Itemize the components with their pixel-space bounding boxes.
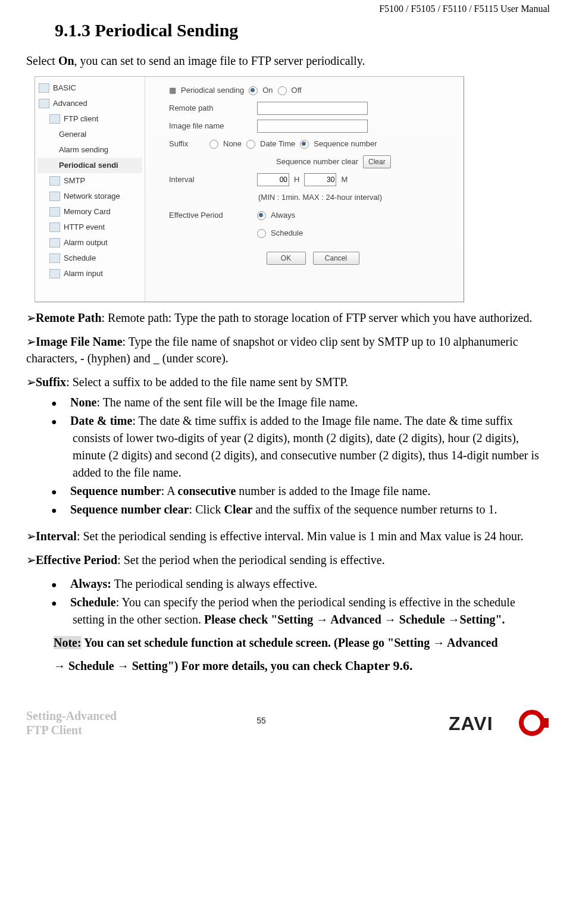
sub-sc-pre: : Click — [189, 503, 224, 516]
radio-none[interactable] — [209, 140, 218, 149]
brand-logo: ZAVI — [449, 710, 550, 737]
clear-button[interactable]: Clear — [363, 155, 391, 168]
item-image-file-name: ➢Image File Name: Type the file name of … — [26, 333, 550, 367]
note-label: Note: — [54, 636, 82, 649]
sub-sn-label: Sequence number — [70, 484, 161, 497]
sub-schedule-label: Schedule — [70, 596, 116, 609]
radio-datetime[interactable] — [246, 140, 255, 149]
item-interval-label: Interval — [36, 530, 77, 543]
nav-memcard[interactable]: Memory Card — [37, 204, 142, 220]
nav-advanced-label: Advanced — [53, 98, 87, 109]
nav-http[interactable]: HTTP event — [37, 220, 142, 235]
folder-icon — [49, 207, 60, 217]
nav-general[interactable]: General — [37, 127, 142, 142]
sub-sn-pre: : A — [161, 484, 178, 497]
chevron-icon: ➢ — [26, 333, 36, 350]
row-image-file-name: Image file name — [169, 117, 456, 135]
nav-alarmout[interactable]: Alarm output — [37, 235, 142, 250]
interval-m-label: M — [341, 174, 348, 185]
sub-seqnum: ●Sequence number: A consecutive number i… — [62, 483, 550, 500]
sub-always-text: The periodical sending is always effecti… — [111, 577, 317, 590]
suffix-sublist: ●None: The name of the sent file will be… — [62, 394, 550, 518]
logo-text: ZAVI — [449, 713, 493, 734]
effective-period-label: Effective Period — [169, 210, 252, 221]
nav-smtp[interactable]: SMTP — [37, 173, 142, 189]
item-suffix-label: Suffix — [36, 375, 66, 389]
sub-datetime: ●Date & time: The date & time suffix is … — [62, 412, 550, 481]
item-suffix-text: : Select a suffix to be added to the fil… — [66, 375, 348, 389]
note-line2-big: apter 9.6. — [360, 658, 412, 673]
radio-always[interactable] — [257, 211, 266, 220]
nav-alarmin[interactable]: Alarm input — [37, 266, 142, 281]
interval-m-input[interactable] — [304, 173, 336, 186]
item-effective-label: Effective Period — [36, 553, 117, 566]
nav-alarmin-label: Alarm input — [64, 268, 103, 279]
sub-sc-label: Sequence number clear — [70, 503, 189, 516]
nav-alarmsending[interactable]: Alarm sending — [37, 142, 142, 158]
image-file-name-input[interactable] — [257, 120, 368, 133]
nav-basic[interactable]: BASIC — [37, 80, 142, 96]
grid-icon: ▦ — [169, 85, 176, 96]
nav-netstorage[interactable]: Network storage — [37, 189, 142, 204]
nav-memcard-label: Memory Card — [64, 206, 111, 217]
radio-off[interactable] — [278, 86, 287, 95]
row-interval: Interval H M — [169, 171, 456, 189]
chevron-icon: ➢ — [26, 552, 36, 568]
sub-sn-post: number is added to the Image file name. — [236, 484, 430, 497]
interval-h-input[interactable] — [257, 173, 289, 186]
chevron-icon: ➢ — [26, 528, 36, 544]
radio-datetime-label: Date Time — [260, 139, 295, 149]
screenshot-main: ▦ Periodical sending On Off Remote path … — [145, 77, 464, 302]
bullet-icon: ● — [62, 485, 70, 499]
folder-icon — [49, 269, 60, 278]
nav-periodical-selected[interactable]: Periodical sendi — [37, 158, 142, 173]
sub-schedule-bold: Please check "Setting → Advanced → Sched… — [204, 613, 505, 626]
bullet-icon: ● — [62, 503, 70, 517]
radio-seqnum[interactable] — [300, 140, 309, 149]
nav-netstorage-label: Network storage — [64, 191, 120, 202]
description-list: ➢Remote Path: Remote path: Type the path… — [26, 309, 550, 675]
radio-schedule[interactable] — [257, 229, 266, 238]
radio-on[interactable] — [249, 86, 258, 95]
sub-sn-mid: consecutive — [178, 484, 236, 497]
image-file-name-label: Image file name — [169, 121, 252, 131]
row-interval-note: (MIN : 1min. MAX : 24-hour interval) — [169, 189, 456, 206]
radio-seqnum-label: Sequence number — [314, 139, 377, 149]
ok-button[interactable]: OK — [267, 252, 306, 265]
embedded-screenshot: BASIC Advanced FTP client General Alarm … — [35, 76, 464, 302]
cancel-button[interactable]: Cancel — [313, 252, 359, 265]
screenshot-nav: BASIC Advanced FTP client General Alarm … — [35, 77, 145, 302]
note-line1: You can set schedule function at schedul… — [82, 636, 498, 649]
sub-dt-label: Date & time — [70, 414, 132, 427]
row-effective-period: Effective Period Always — [169, 206, 456, 224]
row-suffix: Suffix None Date Time Sequence number — [169, 135, 456, 153]
footer-left-1: Setting-Advanced — [26, 709, 117, 723]
periodical-sending-label: Periodical sending — [181, 85, 244, 96]
interval-label: Interval — [169, 174, 252, 185]
sub-always: ●Always: The periodical sending is alway… — [62, 575, 550, 593]
row-seq-clear: Sequence number clear Clear — [169, 153, 456, 171]
section-title: 9.1.3 Periodical Sending — [55, 18, 550, 43]
nav-smtp-label: SMTP — [64, 176, 85, 186]
intro-post: , you can set to send an image file to F… — [74, 54, 365, 67]
nav-advanced[interactable]: Advanced — [37, 96, 142, 111]
item-suffix: ➢Suffix: Select a suffix to be added to … — [26, 374, 550, 390]
folder-icon — [49, 114, 60, 124]
remote-path-input[interactable] — [257, 102, 368, 115]
nav-ftp[interactable]: FTP client — [37, 111, 142, 127]
bullet-icon: ● — [62, 396, 70, 410]
intro-pre: Select — [26, 54, 58, 67]
chevron-icon: ➢ — [26, 309, 36, 326]
nav-schedule[interactable]: Schedule — [37, 250, 142, 266]
folder-icon — [49, 192, 60, 201]
note-block: Note: You can set schedule function at s… — [54, 634, 550, 675]
logo-circle-icon — [521, 712, 543, 734]
suffix-label: Suffix — [169, 139, 205, 149]
seq-clear-label: Sequence number clear — [276, 156, 358, 167]
item-ifn-label: Image File Name — [36, 335, 123, 348]
sub-none: ●None: The name of the sent file will be… — [62, 394, 550, 411]
folder-icon — [39, 83, 49, 93]
page-footer: Setting-Advanced FTP Client 55 ZAVI — [26, 709, 550, 737]
radio-schedule-label: Schedule — [271, 228, 303, 239]
folder-icon — [49, 253, 60, 263]
